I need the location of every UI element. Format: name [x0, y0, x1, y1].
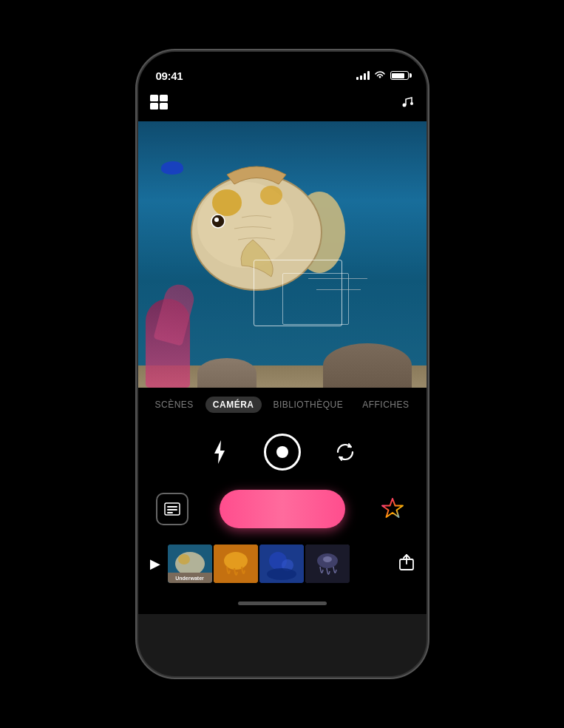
tab-camera[interactable]: CAMÉRA — [205, 397, 262, 413]
svg-point-16 — [175, 552, 205, 576]
shutter-inner — [276, 446, 288, 458]
favorite-button[interactable] — [376, 493, 409, 525]
svg-rect-3 — [160, 103, 168, 109]
thumbnail-label: Underwater — [175, 576, 204, 581]
thumbnail-jellyfish-orange[interactable] — [214, 545, 258, 583]
svg-rect-1 — [150, 103, 158, 109]
rocks — [323, 343, 412, 388]
main-record-button[interactable] — [220, 490, 345, 528]
lightning-icon — [211, 440, 228, 464]
thumbnail-dark-jellyfish[interactable] — [305, 545, 350, 583]
music-icon[interactable] — [398, 95, 415, 115]
thumbnail-strip: Underwater — [168, 545, 393, 583]
controls-row — [138, 422, 427, 482]
battery-icon — [390, 71, 409, 80]
home-bar — [238, 601, 327, 605]
status-time: 09:41 — [156, 70, 183, 82]
tab-scenes[interactable]: SCÈNES — [147, 397, 200, 413]
play-button[interactable]: ▶ — [150, 556, 160, 572]
svg-rect-13 — [167, 509, 177, 510]
action-row — [138, 482, 427, 536]
callout-line-1 — [308, 278, 367, 279]
rocks2 — [197, 358, 256, 388]
svg-point-8 — [260, 186, 282, 205]
tab-library[interactable]: BIBLIOTHÈQUE — [265, 397, 350, 413]
bottom-strip: ▶ Underwater — [138, 536, 427, 592]
thumbnail-underwater[interactable]: Underwater — [168, 545, 212, 583]
callout-line-2 — [316, 289, 361, 290]
svg-point-10 — [214, 218, 219, 222]
svg-point-24 — [267, 568, 296, 580]
focus-rect-inner — [282, 273, 349, 325]
tab-posters[interactable]: AFFICHES — [355, 397, 416, 413]
thumbnail-blue[interactable] — [259, 545, 304, 583]
notch — [227, 52, 338, 74]
flash-button[interactable] — [205, 437, 234, 467]
svg-rect-0 — [150, 95, 158, 101]
svg-rect-2 — [160, 95, 168, 101]
subtitles-icon — [164, 502, 180, 516]
underwater-scene — [138, 121, 427, 388]
svg-point-17 — [178, 554, 190, 564]
flip-camera-button[interactable] — [330, 437, 360, 467]
shutter-button[interactable] — [264, 434, 301, 471]
library-icon[interactable] — [150, 95, 169, 115]
share-button[interactable] — [398, 553, 415, 575]
status-icons — [356, 70, 409, 81]
wifi-icon — [374, 70, 386, 81]
subtitles-button[interactable] — [156, 493, 188, 525]
blue-fish-small — [161, 161, 183, 175]
home-indicator — [138, 592, 427, 614]
phone-frame: 09:41 — [138, 52, 427, 676]
tabs-section: SCÈNES CAMÉRA BIBLIOTHÈQUE AFFICHES — [138, 388, 427, 422]
app-header — [138, 89, 427, 121]
svg-point-27 — [323, 556, 332, 562]
video-preview — [138, 121, 427, 388]
svg-rect-14 — [167, 512, 173, 513]
svg-rect-12 — [167, 506, 177, 508]
svg-point-7 — [212, 189, 242, 216]
star-icon — [379, 496, 406, 522]
rotate-icon — [335, 442, 356, 462]
signal-bars-icon — [356, 71, 370, 80]
